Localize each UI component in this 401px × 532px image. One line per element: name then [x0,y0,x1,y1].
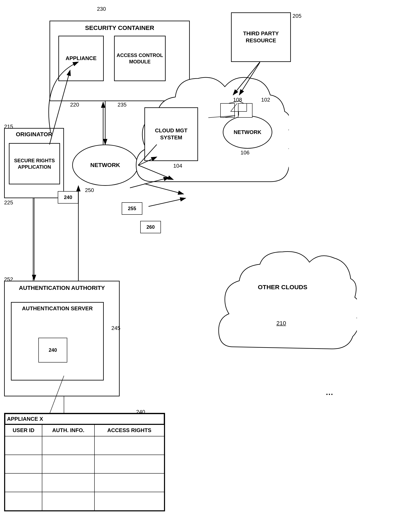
network-ellipse-left: NETWORK [72,145,138,186]
table-row [5,492,164,511]
col-access-rights: ACCESS RIGHTS [94,425,164,436]
ref-260-label: 260 [147,224,155,230]
ref-215: 215 [4,123,13,130]
cell-4-1 [5,492,42,511]
cell-1-1 [5,436,42,455]
appliance-label: APPLIANCE [66,55,97,62]
other-clouds-text: OTHER CLOUDS [250,283,316,291]
table-row [5,455,164,473]
main-cloud: CLOUD MGT SYSTEM 104 NETWORK 106 108 102 [132,62,289,206]
table-header: APPLIANCE X [5,413,164,424]
ref-210: 210 [276,320,286,327]
cell-3-2 [42,473,94,492]
auth-authority-box: AUTHENTICATION AUTHORITY AUTHENTICATION … [4,281,120,396]
other-clouds-label: OTHER CLOUDS [258,284,307,291]
ref-240-inner-box: 240 [38,338,67,362]
cloud-mgt-system-label: CLOUD MGT SYSTEM [145,127,197,141]
cell-1-3 [94,436,164,455]
cell-2-2 [42,455,94,473]
cell-2-3 [94,455,164,473]
col-auth-info: AUTH. INFO. [42,425,94,436]
third-party-resource-box: THIRD PARTY RESOURCE [231,13,291,62]
network-right-label: NETWORK [234,129,261,135]
ref-104: 104 [173,163,182,169]
ref-240-box-left: 240 [58,191,78,203]
ref-245: 245 [111,325,120,331]
network-ellipse-right: NETWORK [223,116,272,149]
device-box-2 [238,103,253,118]
cell-3-1 [5,473,42,492]
table-inner: USER ID AUTH. INFO. ACCESS RIGHTS [5,424,164,511]
ref-220: 220 [70,101,79,108]
ref-255-box: 255 [122,202,142,215]
security-container-label: SECURITY CONTAINER [50,24,189,32]
cell-4-3 [94,492,164,511]
cell-2-1 [5,455,42,473]
cell-4-2 [42,492,94,511]
network-left-label: NETWORK [90,162,120,168]
ref-240-left-label: 240 [64,194,72,200]
third-party-resource-label: THIRD PARTY RESOURCE [232,30,290,44]
col-user-id: USER ID [5,425,42,436]
table-row [5,473,164,492]
appliance-x-table: APPLIANCE X USER ID AUTH. INFO. ACCESS R… [4,413,165,511]
ref-235: 235 [117,101,126,108]
ref-230: 230 [97,6,106,12]
table-row [5,436,164,455]
cell-3-3 [94,473,164,492]
ref-106: 106 [241,149,249,156]
ref-252: 252 [4,276,13,283]
device-box-1 [220,103,235,118]
ref-260-box: 260 [140,221,161,233]
other-clouds: OTHER CLOUDS 210 [216,248,357,363]
originator-label: ORIGINATOR [5,131,63,138]
diagram: 230 SECURITY CONTAINER APPLIANCE ACCESS … [0,0,401,532]
appliance-box: APPLIANCE [58,36,104,81]
auth-authority-label: AUTHENTICATION AUTHORITY [5,284,119,292]
cloud-mgt-system-box: CLOUD MGT SYSTEM [144,107,198,161]
ref-240-inner-label: 240 [49,347,57,353]
ref-250: 250 [85,187,94,193]
auth-server-box: AUTHENTICATION SERVER 240 [11,302,104,380]
auth-server-label: AUTHENTICATION SERVER [12,305,103,312]
ref-225: 225 [4,199,13,206]
originator-box: ORIGINATOR SECURE RIGHTS APPLICATION [4,128,64,198]
ref-108: 108 [233,97,242,103]
dots: ... [326,388,333,397]
secure-rights-app-box: SECURE RIGHTS APPLICATION [9,143,60,184]
secure-rights-app-label: SECURE RIGHTS APPLICATION [9,157,59,170]
ref-205: 205 [292,13,301,19]
cell-1-2 [42,436,94,455]
ref-102: 102 [261,97,270,103]
ref-255-label: 255 [128,205,136,212]
